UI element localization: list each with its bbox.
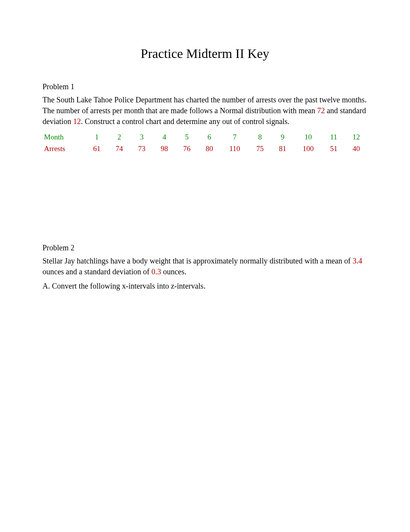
p2-text-3: ounces. bbox=[161, 267, 186, 276]
table-row-month: Month 1 2 3 4 5 6 7 8 9 10 11 12 bbox=[42, 131, 368, 143]
arrests-cell: 75 bbox=[249, 143, 271, 155]
arrests-cell: 74 bbox=[108, 143, 130, 155]
page-title: Practice Midterm II Key bbox=[42, 46, 368, 61]
month-cell: 9 bbox=[271, 131, 294, 143]
arrests-label: Arrests bbox=[42, 143, 85, 155]
p2-text-2: ounces and a standard deviation of bbox=[42, 267, 151, 276]
arrests-cell: 110 bbox=[220, 143, 249, 155]
month-label: Month bbox=[42, 131, 85, 143]
arrests-cell: 40 bbox=[345, 143, 368, 155]
problem-2-body: Stellar Jay hatchlings have a body weigh… bbox=[42, 255, 368, 277]
arrests-cell: 61 bbox=[85, 143, 108, 155]
month-cell: 12 bbox=[345, 131, 368, 143]
month-cell: 11 bbox=[322, 131, 345, 143]
arrests-cell: 100 bbox=[294, 143, 322, 155]
problem-1: Problem 1 The South Lake Tahoe Police De… bbox=[42, 82, 368, 155]
arrests-cell: 98 bbox=[153, 143, 175, 155]
month-cell: 10 bbox=[294, 131, 322, 143]
month-cell: 8 bbox=[249, 131, 271, 143]
arrests-cell: 73 bbox=[130, 143, 153, 155]
arrests-cell: 80 bbox=[198, 143, 220, 155]
month-cell: 3 bbox=[130, 131, 153, 143]
problem-2-heading: Problem 2 bbox=[42, 243, 368, 252]
month-cell: 4 bbox=[153, 131, 175, 143]
p1-sd: 12 bbox=[73, 117, 81, 126]
problem-2: Problem 2 Stellar Jay hatchlings have a … bbox=[42, 243, 368, 291]
month-cell: 5 bbox=[176, 131, 198, 143]
month-cell: 6 bbox=[198, 131, 220, 143]
p2-sd: 0.3 bbox=[151, 267, 161, 276]
p1-mean: 72 bbox=[317, 106, 325, 115]
problem-1-heading: Problem 1 bbox=[42, 82, 368, 91]
problem-2-part-a: A. Convert the following x-intervals int… bbox=[42, 282, 368, 291]
problem-1-table: Month 1 2 3 4 5 6 7 8 9 10 11 12 Arrests… bbox=[42, 131, 368, 155]
month-cell: 7 bbox=[220, 131, 249, 143]
problem-1-body: The South Lake Tahoe Police Department h… bbox=[42, 94, 368, 127]
p2-mean: 3.4 bbox=[352, 257, 362, 265]
p2-text-1: Stellar Jay hatchlings have a body weigh… bbox=[42, 257, 352, 265]
arrests-cell: 76 bbox=[176, 143, 198, 155]
p1-text-3: . Construct a control chart and determin… bbox=[81, 117, 289, 126]
arrests-cell: 81 bbox=[271, 143, 294, 155]
arrests-cell: 51 bbox=[322, 143, 345, 155]
month-cell: 2 bbox=[108, 131, 130, 143]
month-cell: 1 bbox=[85, 131, 108, 143]
table-row-arrests: Arrests 61 74 73 98 76 80 110 75 81 100 … bbox=[42, 143, 368, 155]
